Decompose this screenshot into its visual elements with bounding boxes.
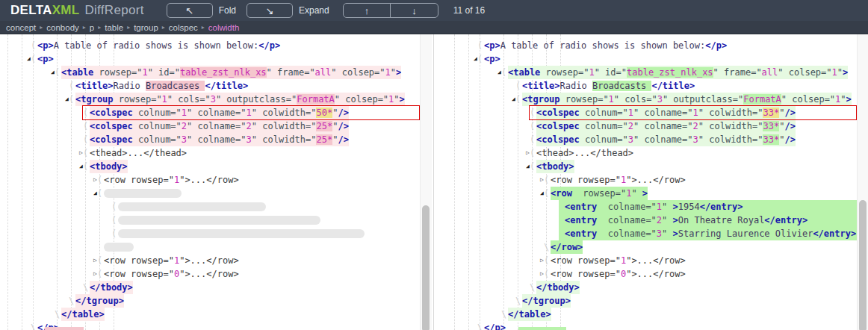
code-text: <entry colname="1" >1954</entry> [565,200,743,214]
code-segment: 3 [657,228,662,239]
diff-content: (<p>A table of radio shows is shown belo… [0,34,868,330]
code-segment: <entry [565,202,597,212]
code-text: </tbody> [90,281,133,294]
code-segment: "> [179,255,190,266]
code-segment: </thead> [143,148,187,158]
code-segment: 2 [693,121,698,131]
code-text: <table rowsep="1" id="table_zst_nlk_xs" … [508,66,848,79]
code-line: ◢(<p> [435,52,868,66]
placeholder-bar [118,202,266,211]
code-segment: " colsep=" [335,94,388,105]
fold-nw-arrow-icon: ↖ [185,5,193,16]
code-segment: 33* [763,134,779,145]
code-text: </row> [551,240,583,254]
code-segment: <tbody> [90,161,128,172]
scrollbar-thumb[interactable] [859,200,867,330]
code-segment: </tgroup> [75,296,124,306]
breadcrumb-item[interactable]: table [105,23,123,32]
breadcrumb-separator-icon: ▸ [127,24,130,31]
code-segment: </row> [653,175,685,185]
code-segment: </p> [258,40,280,51]
code-segment: " colname=" [187,121,246,131]
fold-region-mark: ( [97,254,102,267]
code-segment: " colname=" [187,134,246,145]
code-line: ▷(<row rowsep="1">...</row> [0,173,433,187]
breadcrumb-item[interactable]: p [90,23,94,32]
code-text: </tgroup> [75,294,124,308]
breadcrumb-separator-icon: ▸ [162,24,165,31]
code-line: (<colspec colnum="1" colname="1" colwidt… [435,106,868,119]
expand-button[interactable]: ↘ [247,3,293,18]
fold-region-mark: ( [477,52,483,66]
code-text: <tbody> [536,160,574,173]
code-segment: table_zst_nlk_xs [180,67,267,78]
code-line: (<p>A table of radio shows is shown belo… [0,39,433,52]
code-segment: ... [637,269,654,279]
code-segment: 25* [316,134,332,145]
code-line: ▷(<row rowsep="1">...</row> [0,254,433,267]
code-segment: " outputclass=" [663,94,743,105]
code-segment: <colspec [90,134,133,145]
code-segment: 1 [832,67,837,78]
code-segment: " cols=" [614,94,657,105]
fold-region-mark: \ [83,281,88,294]
code-segment: "> [179,175,190,185]
code-segment: colname=" [597,228,656,239]
code-segment: colnum=" [580,134,628,145]
fold-region-mark: ( [83,106,88,119]
breadcrumb-item[interactable]: tgroup [134,23,158,32]
code-line: ( [0,200,433,214]
breadcrumb-separator-icon: ▸ [83,24,86,31]
scrollbar-thumb[interactable] [422,205,430,330]
code-segment: 1954 [678,202,700,212]
expand-se-arrow-icon: ↘ [266,5,274,16]
breadcrumb-item[interactable]: conbody [46,23,78,32]
code-line [0,240,433,254]
code-segment: 2 [657,215,662,225]
header: DELTAXMLDiffReport ↖ Fold ↘ Expand ↑ ↓ 1… [0,0,868,21]
previous-diff-button[interactable]: ↑ [344,4,391,17]
code-segment: <entry [565,228,597,239]
fold-region-mark: \ [55,308,60,321]
code-line: ▷(<thead>...</thead> [0,146,433,160]
code-segment: "> [626,175,636,185]
code-segment: </title> [205,81,248,91]
code-segment: /> [784,121,795,131]
fold-region-mark: ( [111,214,117,227]
code-segment: <title> [522,81,560,91]
code-line: ▷(<row rowsep="1">...</row> [435,173,868,187]
code-segment: <tbody> [536,161,574,172]
code-line: ◢( [0,187,433,200]
code-segment: rowsep=" [560,94,609,105]
code-line: ◢(<table rowsep="1" id="table_zst_nlk_xs… [435,66,868,79]
breadcrumb-current[interactable]: colwidth [208,23,240,32]
code-segment: <colspec [536,134,580,145]
code-line: \</row> [435,240,868,254]
fold-region-mark: \ [544,240,549,254]
code-segment: 25* [316,121,332,131]
next-diff-button[interactable]: ↓ [391,4,438,17]
code-segment: ... [128,148,144,158]
code-text: </table> [61,308,105,321]
code-segment: ... [190,269,207,279]
diff-counter: 11 of 16 [453,5,485,16]
code-segment: </row> [653,269,685,279]
code-segment: <title> [75,81,114,91]
breadcrumb-item[interactable]: concept [6,23,36,32]
breadcrumb-item[interactable]: colspec [169,23,198,32]
code-line: \</tbody> [435,281,868,294]
code-segment: " frame=" [713,67,762,78]
fold-button[interactable]: ↖ [167,3,213,18]
code-segment: " colwidth=" [698,108,763,118]
code-text: <tgroup rowsep="1" cols="3" outputclass=… [522,93,852,106]
code-segment: rowsep=" [572,188,626,199]
logo-product: DiffReport [84,3,143,17]
code-text: <p>A table of radio shows is shown below… [37,39,280,52]
scrollbar[interactable] [420,34,432,330]
scrollbar[interactable] [857,34,868,330]
code-segment: " colname=" [633,108,692,118]
code-segment: " [391,67,396,78]
code-text: <tgroup rowsep="1" cols="3" outputclass=… [75,93,405,106]
code-segment: <thead> [536,148,574,158]
code-segment: <p> [484,54,500,64]
